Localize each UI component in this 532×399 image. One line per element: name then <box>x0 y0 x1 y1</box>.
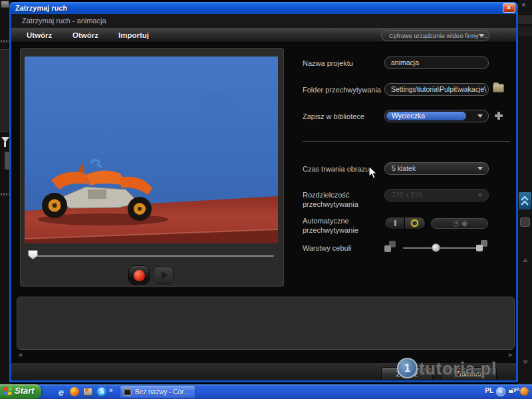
toggle-bar-icon <box>394 220 396 226</box>
library-selected-value: Wycieczka <box>386 112 466 120</box>
layer-front-icon <box>476 245 483 251</box>
onion-skin-label: Warstwy cebuli <box>303 243 384 253</box>
media-player-icon[interactable] <box>82 386 93 397</box>
scroll-up-icon[interactable] <box>523 258 528 262</box>
auto-capture-label: Automatyczne przechwytywanie <box>303 216 384 235</box>
scroll-down-icon[interactable] <box>523 360 528 364</box>
project-name-input[interactable]: animacja <box>384 57 489 69</box>
firefox-icon[interactable] <box>69 386 80 397</box>
preview-seek-track[interactable] <box>29 255 274 257</box>
internet-explorer-icon[interactable]: e <box>56 386 66 397</box>
taskbar-task-button[interactable]: Bez nazwy - Corel Vid... <box>120 386 196 398</box>
skype-icon[interactable]: S <box>96 386 107 397</box>
auto-capture-on-segment[interactable] <box>405 217 425 229</box>
onion-skin-slider-thumb[interactable] <box>432 243 440 252</box>
start-label: Start <box>15 386 35 396</box>
browse-folder-icon[interactable] <box>493 84 504 92</box>
resolution-label: Rozdzielczość przechwytywania <box>303 190 384 209</box>
menu-create-button[interactable]: Utwórz <box>24 28 55 43</box>
filmstrip-perforations <box>1 193 9 196</box>
dialog-body: Zatrzymaj ruch - animacja Utwórz Otwórz … <box>9 14 518 382</box>
menu-open-button[interactable]: Otwórz <box>70 28 101 43</box>
captured-frames-strip[interactable] <box>17 297 515 350</box>
stop-motion-window: Zatrzymaj ruch × Zatrzymaj ruch - animac… <box>9 2 518 382</box>
filmstrip-perforations <box>1 40 9 43</box>
background-panel-bar <box>518 27 532 36</box>
gear-icon <box>462 221 467 226</box>
dialog-header-title: Zatrzymaj ruch - animacja <box>11 14 516 28</box>
capture-device-dropdown[interactable]: Cyfrowe urządzenie wideo firmy P... <box>381 30 489 41</box>
play-icon <box>162 271 168 279</box>
windows-flag-icon <box>3 387 13 396</box>
project-name-label: Nazwa projektu <box>303 59 384 68</box>
chevron-down-icon <box>477 114 483 118</box>
clock-icon <box>453 221 459 227</box>
language-indicator[interactable]: PL <box>485 387 493 394</box>
record-icon <box>134 270 145 281</box>
frame-duration-value: 5 klatek <box>392 164 416 172</box>
toggle-ring-icon <box>411 219 418 227</box>
filter-funnel-icon <box>1 137 9 142</box>
network-tray-icon[interactable] <box>508 388 518 396</box>
chevron-down-icon <box>477 194 483 197</box>
preview-panel <box>20 48 284 287</box>
background-app-icon <box>1 1 9 8</box>
resolution-dropdown[interactable]: 720 x 576 <box>384 189 489 201</box>
auto-capture-off-segment[interactable] <box>385 217 405 229</box>
record-button[interactable] <box>128 265 150 285</box>
capture-folder-input[interactable]: Settings\tutoria\Pulpit\wakacje\ <box>384 83 489 96</box>
tray-hide-icons-icon[interactable]: ‹ <box>496 387 505 396</box>
section-divider <box>303 141 510 142</box>
frame-duration-label: Czas trwania obrazu <box>303 164 384 174</box>
dialog-footer: Zapisz Zakończ <box>11 362 516 380</box>
chevron-down-icon <box>479 34 484 37</box>
library-label: Zapisz w bibliotece <box>303 112 384 121</box>
auto-capture-toggle <box>384 217 426 229</box>
close-button[interactable]: × <box>503 3 515 13</box>
layer-front-icon <box>384 245 391 252</box>
capture-device-value: Cyfrowe urządzenie wideo firmy P... <box>389 32 489 39</box>
quick-launch-overflow-icon[interactable]: » <box>109 386 113 394</box>
menu-import-button[interactable]: Importuj <box>116 28 152 43</box>
background-close-icon[interactable]: × <box>521 1 525 9</box>
frames-scroll-left-icon[interactable]: ◀ <box>18 352 22 358</box>
play-button[interactable] <box>154 266 174 284</box>
background-knob[interactable] <box>520 217 530 227</box>
capture-timer-button[interactable] <box>431 218 488 229</box>
taskbar: Start e S » Bez nazwy - Corel Vid... PL … <box>0 384 532 399</box>
frame-duration-dropdown[interactable]: 5 klatek <box>384 162 489 175</box>
collapse-chevron-button[interactable] <box>519 192 531 209</box>
video-preview <box>25 57 278 243</box>
update-tray-icon[interactable] <box>520 387 529 396</box>
resolution-value: 720 x 576 <box>392 191 422 199</box>
window-title: Zatrzymaj ruch <box>15 4 67 12</box>
finish-button[interactable]: Zakończ <box>441 367 497 380</box>
library-dropdown[interactable]: Wycieczka <box>384 110 489 122</box>
preview-seek-thumb[interactable] <box>28 250 38 259</box>
onion-skin-max-icon[interactable] <box>476 240 487 251</box>
chevron-down-icon <box>477 167 483 170</box>
frames-scroll-right-icon[interactable]: ▶ <box>509 352 513 358</box>
onion-skin-min-icon[interactable] <box>384 241 396 252</box>
add-library-folder-button[interactable] <box>494 111 503 120</box>
background-panel-bar <box>518 15 532 24</box>
start-button[interactable]: Start <box>0 384 41 399</box>
save-button[interactable]: Zapisz <box>381 367 433 380</box>
window-titlebar[interactable]: Zatrzymaj ruch × <box>9 2 518 14</box>
corel-videostudio-icon <box>123 388 132 396</box>
capture-folder-label: Folder przechwytywania <box>303 85 384 94</box>
task-button-label: Bez nazwy - Corel Vid... <box>135 388 196 396</box>
